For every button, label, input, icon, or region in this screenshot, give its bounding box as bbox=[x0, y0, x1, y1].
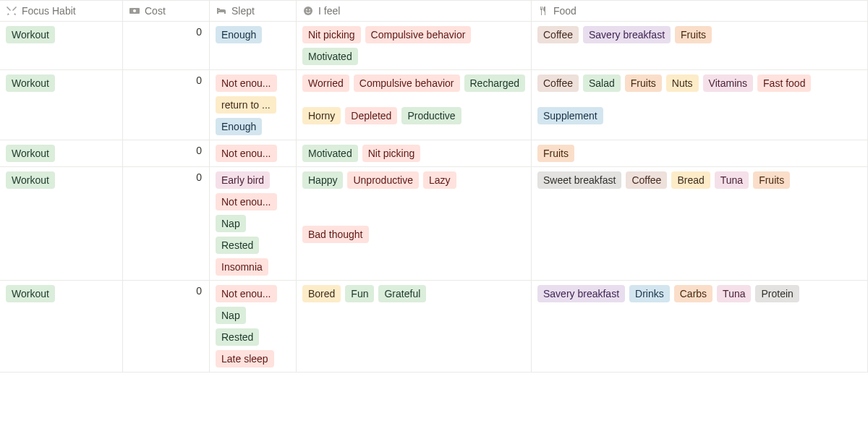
tag[interactable]: Recharged bbox=[464, 75, 526, 92]
tag[interactable]: Compulsive behavior bbox=[365, 26, 472, 43]
tag[interactable]: Sweet breakfast bbox=[537, 171, 621, 189]
tag[interactable]: Not enou... bbox=[216, 145, 277, 162]
tag[interactable]: Workout bbox=[6, 75, 55, 92]
cell-slept[interactable]: Not enou...NapRestedLate sleep bbox=[210, 281, 297, 372]
tag[interactable]: Coffee bbox=[537, 26, 579, 43]
cell-cost[interactable]: 0 bbox=[123, 140, 210, 166]
tag[interactable]: Fruits bbox=[625, 75, 662, 92]
tag[interactable]: Not enou... bbox=[216, 285, 277, 302]
tag[interactable]: Supplement bbox=[537, 107, 603, 124]
cell-focus[interactable]: Workout bbox=[0, 22, 123, 69]
tag[interactable]: Nit picking bbox=[302, 26, 361, 43]
tag[interactable]: Worried bbox=[302, 75, 349, 92]
cost-value: 0 bbox=[196, 285, 202, 297]
tag[interactable]: Insomnia bbox=[216, 258, 268, 276]
cell-focus[interactable]: Workout bbox=[0, 70, 123, 140]
cell-slept[interactable]: Enough bbox=[210, 22, 297, 69]
svg-point-2 bbox=[304, 7, 312, 15]
tag[interactable]: Workout bbox=[6, 171, 55, 189]
cell-food[interactable]: Savery breakfastDrinksCarbsTunaProtein bbox=[532, 281, 868, 372]
cell-food[interactable]: CoffeeSavery breakfastFruits bbox=[532, 22, 868, 69]
cell-feel[interactable]: HappyUnproductiveLazyBad thought bbox=[297, 167, 532, 280]
table-row[interactable]: Workout0EnoughNit pickingCompulsive beha… bbox=[0, 22, 868, 70]
cell-feel[interactable]: Nit pickingCompulsive behaviorMotivated bbox=[297, 22, 532, 69]
tag[interactable]: Fruits bbox=[675, 26, 712, 43]
cell-cost[interactable]: 0 bbox=[123, 167, 210, 280]
column-header-label: Cost bbox=[145, 5, 166, 17]
tag[interactable]: return to ... bbox=[216, 96, 276, 114]
tag[interactable]: Late sleep bbox=[216, 350, 274, 367]
column-header-food[interactable]: Food bbox=[532, 1, 868, 21]
tag[interactable]: Bad thought bbox=[302, 226, 369, 243]
cell-feel[interactable]: WorriedCompulsive behaviorRechargedHorny… bbox=[297, 70, 532, 140]
tag[interactable]: Workout bbox=[6, 26, 55, 43]
svg-point-4 bbox=[309, 9, 310, 11]
tag[interactable]: Horny bbox=[302, 107, 341, 124]
tag[interactable]: Fruits bbox=[753, 171, 790, 189]
table-row[interactable]: Workout0Not enou...NapRestedLate sleepBo… bbox=[0, 281, 868, 373]
tag[interactable]: Nuts bbox=[666, 75, 699, 92]
tag[interactable]: Motivated bbox=[302, 48, 358, 65]
cell-cost[interactable]: 0 bbox=[123, 281, 210, 372]
table-row[interactable]: Workout0Early birdNot enou...NapRestedIn… bbox=[0, 167, 868, 281]
column-header-focus[interactable]: Focus Habit bbox=[0, 1, 123, 21]
cell-feel[interactable]: MotivatedNit picking bbox=[297, 140, 532, 166]
tag[interactable]: Lazy bbox=[423, 171, 456, 189]
tag[interactable]: Workout bbox=[6, 285, 55, 302]
tag[interactable]: Enough bbox=[216, 118, 262, 135]
tag[interactable]: Coffee bbox=[537, 75, 579, 92]
tag[interactable]: Nap bbox=[216, 215, 246, 232]
cell-slept[interactable]: Early birdNot enou...NapRestedInsomnia bbox=[210, 167, 297, 280]
column-header-cost[interactable]: Cost bbox=[123, 1, 210, 21]
tag[interactable]: Savery breakfast bbox=[583, 26, 671, 43]
tag[interactable]: Early bird bbox=[216, 171, 270, 189]
column-header-slept[interactable]: Slept bbox=[210, 1, 297, 21]
cell-food[interactable]: CoffeeSaladFruitsNutsVitaminsFast foodSu… bbox=[532, 70, 868, 140]
tag[interactable]: Savery breakfast bbox=[537, 285, 625, 302]
cost-value: 0 bbox=[196, 26, 202, 38]
tag[interactable]: Nit picking bbox=[362, 145, 421, 162]
tag[interactable]: Happy bbox=[302, 171, 343, 189]
tag[interactable]: Rested bbox=[216, 237, 259, 254]
tag[interactable]: Protein bbox=[755, 285, 799, 302]
cell-cost[interactable]: 0 bbox=[123, 22, 210, 69]
tag[interactable]: Grateful bbox=[378, 285, 426, 302]
tag[interactable]: Vitamins bbox=[703, 75, 753, 92]
tag[interactable]: Not enou... bbox=[216, 193, 277, 210]
cell-food[interactable]: Sweet breakfastCoffeeBreadTunaFruits bbox=[532, 167, 868, 280]
tag[interactable]: Fruits bbox=[537, 145, 574, 162]
cell-feel[interactable]: BoredFunGrateful bbox=[297, 281, 532, 372]
tag[interactable]: Bread bbox=[671, 171, 710, 189]
tag[interactable]: Coffee bbox=[626, 171, 667, 189]
tag[interactable]: Drinks bbox=[629, 285, 670, 302]
bed-icon bbox=[216, 5, 227, 17]
cell-cost[interactable]: 0 bbox=[123, 70, 210, 140]
tag[interactable]: Rested bbox=[216, 328, 259, 346]
tag[interactable]: Not enou... bbox=[216, 75, 277, 92]
tag[interactable]: Fun bbox=[345, 285, 374, 302]
tag[interactable]: Nap bbox=[216, 307, 246, 324]
tag[interactable]: Workout bbox=[6, 145, 55, 162]
cell-slept[interactable]: Not enou...return to ...Enough bbox=[210, 70, 297, 140]
tag[interactable]: Motivated bbox=[302, 145, 358, 162]
cost-value: 0 bbox=[196, 171, 202, 183]
tag[interactable]: Unproductive bbox=[347, 171, 419, 189]
tag[interactable]: Enough bbox=[216, 26, 262, 43]
tag[interactable]: Compulsive behavior bbox=[354, 75, 460, 92]
tag[interactable]: Salad bbox=[583, 75, 621, 92]
tag[interactable]: Bored bbox=[302, 285, 341, 302]
cell-focus[interactable]: Workout bbox=[0, 281, 123, 372]
table-row[interactable]: Workout0Not enou...return to ...EnoughWo… bbox=[0, 70, 868, 140]
tag[interactable]: Productive bbox=[401, 107, 461, 124]
tag[interactable]: Tuna bbox=[717, 285, 751, 302]
cell-slept[interactable]: Not enou... bbox=[210, 140, 297, 166]
cell-focus[interactable]: Workout bbox=[0, 167, 123, 280]
table-row[interactable]: Workout0Not enou...MotivatedNit pickingF… bbox=[0, 140, 868, 167]
tag[interactable]: Fast food bbox=[757, 75, 811, 92]
cell-focus[interactable]: Workout bbox=[0, 140, 123, 166]
tag[interactable]: Tuna bbox=[715, 171, 749, 189]
column-header-feel[interactable]: I feel bbox=[297, 1, 532, 21]
cell-food[interactable]: Fruits bbox=[532, 140, 868, 166]
tag[interactable]: Depleted bbox=[345, 107, 397, 124]
tag[interactable]: Carbs bbox=[674, 285, 712, 302]
